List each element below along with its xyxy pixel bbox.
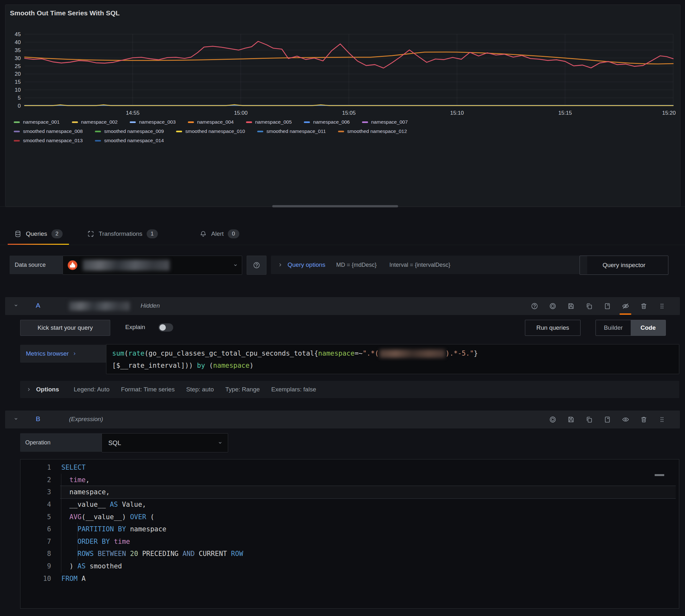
datasource-help-button[interactable] — [247, 256, 266, 275]
svg-text:25: 25 — [15, 63, 21, 69]
legend-label: smoothed namespace_008 — [23, 128, 83, 134]
legend-item[interactable]: namespace_006 — [304, 119, 350, 125]
legend-item[interactable]: namespace_005 — [246, 119, 292, 125]
legend-item[interactable]: namespace_004 — [188, 119, 234, 125]
svg-text:5: 5 — [18, 95, 21, 101]
eye-icon[interactable] — [616, 413, 635, 426]
save-icon[interactable] — [562, 413, 580, 426]
chevron-down-icon[interactable] — [13, 416, 19, 422]
datasource-name-redacted — [83, 260, 170, 271]
legend-item[interactable]: namespace_001 — [14, 119, 60, 125]
legend-item[interactable]: smoothed namespace_013 — [14, 138, 83, 144]
trash-icon[interactable] — [635, 300, 653, 312]
query-b-header[interactable]: B (Expression) — [5, 411, 680, 428]
save-icon[interactable] — [562, 300, 580, 312]
legend-item[interactable]: smoothed namespace_014 — [95, 138, 164, 144]
code-line[interactable]: 2 time, — [20, 474, 679, 486]
promql-editor[interactable]: sum(rate(go_cpu_classes_gc_total_cpu_sec… — [106, 344, 679, 374]
code-line[interactable]: 3 namespace, — [20, 486, 679, 499]
drag-handle-icon[interactable] — [653, 413, 671, 426]
builder-mode-button[interactable]: Builder — [596, 320, 631, 335]
query-b-refid: B — [36, 415, 40, 423]
tab-queries[interactable]: Queries 2 — [8, 224, 69, 244]
panel-resize-handle[interactable] — [272, 205, 398, 207]
operation-select[interactable]: SQL — [102, 433, 228, 453]
copy-icon[interactable] — [580, 300, 598, 312]
promql-line: [$__rate_interval])) by (namespace) — [112, 359, 673, 372]
line-number: 4 — [20, 501, 61, 508]
prometheus-flame-icon — [67, 260, 78, 271]
timeseries-chart: 05101520253035404514:5515:0015:0515:1015… — [8, 26, 678, 117]
query-a-hidden-status: Hidden — [140, 302, 160, 309]
help-circle-icon[interactable] — [525, 300, 544, 312]
explain-label: Explain — [125, 324, 145, 331]
chevron-down-icon[interactable] — [13, 302, 19, 309]
query-a-header[interactable]: A Hidden — [5, 297, 680, 315]
query-b-kind: (Expression) — [69, 416, 103, 423]
legend-item[interactable]: smoothed namespace_009 — [95, 128, 164, 134]
datasource-picker[interactable] — [63, 256, 242, 275]
tab-transformations-label: Transformations — [99, 230, 142, 237]
legend-item[interactable]: smoothed namespace_012 — [338, 128, 407, 134]
tab-alert[interactable]: Alert 0 — [193, 224, 246, 244]
database-icon — [14, 230, 22, 238]
indent-guide — [61, 474, 61, 573]
code-line[interactable]: 6 PARTITION BY namespace — [20, 523, 679, 535]
legend-swatch — [14, 122, 20, 123]
legend-swatch — [257, 131, 263, 132]
drag-handle-icon[interactable] — [653, 300, 671, 312]
query-inspector-button[interactable]: Query inspector — [579, 256, 668, 275]
code-mode-button[interactable]: Code — [631, 320, 665, 335]
svg-text:20: 20 — [15, 71, 21, 77]
legend-item[interactable]: smoothed namespace_010 — [176, 128, 245, 134]
trash-icon[interactable] — [635, 413, 653, 426]
code-line[interactable]: 9 ) AS smoothed — [20, 560, 679, 573]
legend-item[interactable]: smoothed namespace_011 — [257, 128, 326, 134]
code-line[interactable]: 4 __value__ AS Value, — [20, 499, 679, 511]
chart-legend: namespace_001namespace_002namespace_003n… — [14, 119, 678, 144]
code-line[interactable]: 8 ROWS BETWEEN 20 PRECEDING AND CURRENT … — [20, 548, 679, 560]
legend-item[interactable]: smoothed namespace_008 — [14, 128, 83, 134]
line-number: 5 — [20, 513, 61, 521]
panel-title: Smooth Out Time Series With SQL — [10, 9, 120, 17]
legend-label: smoothed namespace_009 — [104, 128, 164, 134]
tab-alert-count: 0 — [228, 229, 239, 238]
tab-transformations[interactable]: Transformations 1 — [81, 224, 164, 244]
legend-swatch — [188, 122, 194, 123]
legend-item[interactable]: namespace_007 — [362, 119, 408, 125]
record-icon[interactable] — [544, 300, 562, 312]
editor-scroll-decoration[interactable] — [655, 474, 664, 476]
options-toggle[interactable]: Options — [36, 386, 59, 393]
eye-off-icon[interactable] — [616, 300, 635, 312]
code-line[interactable]: 5 AVG(__value__) OVER ( — [20, 510, 679, 523]
code-line[interactable]: 10FROM A — [20, 572, 679, 585]
line-number: 3 — [20, 488, 61, 496]
copy-icon[interactable] — [580, 413, 598, 426]
run-queries-button[interactable]: Run queries — [525, 320, 580, 336]
chevron-right-icon[interactable] — [277, 262, 283, 268]
kick-start-query-button[interactable]: Kick start your query — [20, 320, 110, 336]
code-line[interactable]: 1SELECT — [20, 461, 679, 474]
sql-code-editor[interactable]: 1SELECT2 time,3 namespace,4 __value__ AS… — [20, 459, 679, 609]
legend-item[interactable]: namespace_002 — [72, 119, 118, 125]
line-code: ) AS smoothed — [61, 562, 122, 570]
line-number: 8 — [20, 550, 61, 557]
chevron-down-icon — [232, 262, 239, 268]
query-options-toggle[interactable]: Query options — [288, 261, 325, 268]
line-number: 7 — [20, 538, 61, 545]
tab-alert-label: Alert — [211, 230, 224, 237]
code-line[interactable]: 7 ORDER BY time — [20, 535, 679, 548]
record-icon[interactable] — [544, 413, 562, 426]
notes-icon[interactable] — [598, 413, 616, 426]
chevron-right-icon — [72, 351, 77, 356]
explain-toggle[interactable] — [158, 323, 173, 332]
chevron-down-icon — [217, 440, 223, 446]
metrics-browser-button[interactable]: Metrics browser — [20, 345, 115, 362]
legend-item[interactable]: namespace_003 — [130, 119, 176, 125]
legend-label: smoothed namespace_010 — [185, 128, 245, 134]
legend-swatch — [338, 131, 344, 132]
chevron-right-icon[interactable] — [26, 387, 31, 392]
sql-lines: 1SELECT2 time,3 namespace,4 __value__ AS… — [20, 461, 679, 585]
notes-icon[interactable] — [598, 300, 616, 312]
editor-mode-switch: Builder Code — [596, 320, 666, 336]
